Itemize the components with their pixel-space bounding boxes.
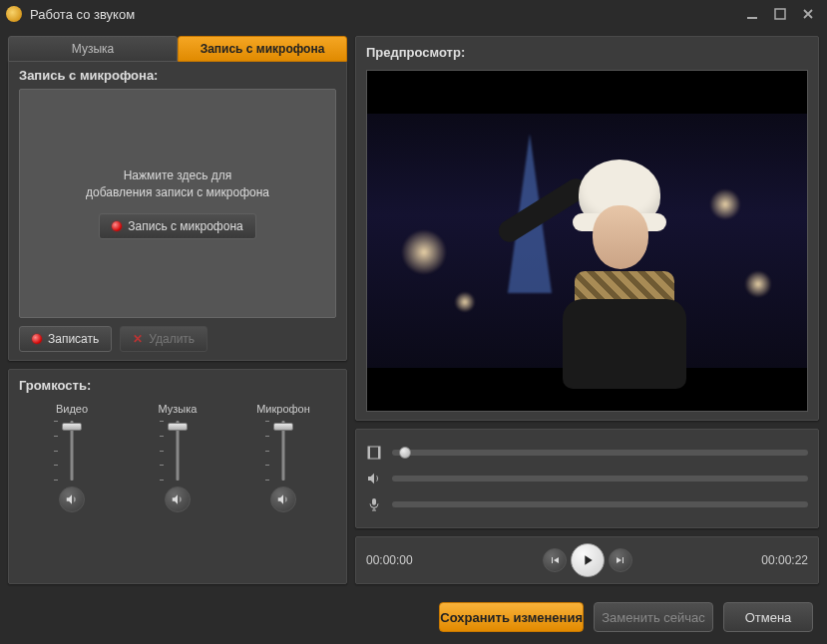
mic-track-slider[interactable] (392, 501, 808, 507)
record-prompt-line2: добавления записи с микрофона (86, 184, 269, 201)
volume-music-label: Музыка (159, 403, 198, 415)
total-time: 00:00:22 (738, 553, 808, 567)
play-button[interactable] (571, 543, 605, 577)
preview-header: Предпросмотр: (366, 45, 808, 60)
preview-panel: Предпросмотр: (355, 36, 819, 421)
volume-video-label: Видео (56, 403, 88, 415)
record-canvas: Нажмите здесь для добавления записи с ми… (19, 89, 336, 318)
volume-video-mute-button[interactable] (59, 486, 85, 512)
volume-mic: Микрофон (243, 403, 323, 512)
record-panel-header: Запись с микрофона: (19, 68, 336, 83)
volume-video: Видео (32, 403, 112, 512)
delete-button[interactable]: ✕ Удалить (120, 326, 207, 352)
record-dot-icon (112, 221, 122, 231)
mic-track-row (366, 493, 808, 515)
prev-button[interactable] (543, 548, 567, 572)
next-button[interactable] (609, 548, 632, 572)
preview-area[interactable] (366, 70, 808, 412)
footer: Сохранить изменения Заменить сейчас Отме… (0, 592, 827, 644)
svg-rect-4 (378, 447, 380, 459)
record-prompt: Нажмите здесь для добавления записи с ми… (86, 167, 269, 201)
audio-track-slider[interactable] (392, 476, 808, 482)
app-icon (6, 6, 22, 22)
filmstrip-icon (366, 445, 384, 461)
record-from-mic-button[interactable]: Запись с микрофона (99, 213, 255, 239)
transport-panel: 00:00:00 00:00:22 (355, 536, 819, 584)
minimize-button[interactable] (743, 7, 761, 21)
delete-x-icon: ✕ (133, 332, 143, 346)
close-button[interactable] (799, 7, 817, 21)
volume-video-slider[interactable] (60, 421, 84, 481)
speaker-icon (366, 471, 384, 486)
record-prompt-line1: Нажмите здесь для (86, 167, 269, 184)
audio-track-row (366, 468, 808, 489)
cancel-button[interactable]: Отмена (723, 602, 813, 632)
svg-rect-1 (775, 9, 785, 19)
svg-rect-3 (368, 447, 370, 459)
volume-mic-mute-button[interactable] (270, 486, 296, 512)
svg-rect-5 (372, 498, 376, 505)
titlebar: Работа со звуком (0, 0, 827, 28)
volume-mic-label: Микрофон (256, 403, 310, 415)
tab-music[interactable]: Музыка (8, 36, 178, 62)
video-track-slider[interactable] (392, 450, 808, 456)
svg-rect-0 (747, 17, 757, 19)
record-button-label: Записать (48, 332, 99, 346)
volume-music: Музыка (138, 403, 217, 512)
tab-mic-record[interactable]: Запись с микрофона (178, 36, 347, 62)
record-from-mic-button-label: Запись с микрофона (128, 219, 242, 233)
window-title: Работа со звуком (30, 7, 743, 22)
preview-frame (367, 114, 807, 369)
volume-panel: Громкость: Видео Музыка (8, 369, 347, 584)
delete-button-label: Удалить (149, 332, 195, 346)
record-button[interactable]: Записать (19, 326, 112, 352)
microphone-icon (366, 496, 384, 512)
volume-music-mute-button[interactable] (165, 486, 191, 512)
volume-music-slider[interactable] (166, 421, 190, 481)
save-button[interactable]: Сохранить изменения (439, 602, 584, 632)
tracks-panel (355, 429, 819, 528)
video-track-row (366, 442, 808, 464)
tab-bar: Музыка Запись с микрофона (8, 36, 347, 62)
record-panel: Запись с микрофона: Нажмите здесь для до… (8, 61, 347, 361)
maximize-button[interactable] (771, 7, 789, 21)
record-dot-icon (32, 334, 42, 344)
volume-mic-slider[interactable] (271, 421, 295, 481)
current-time: 00:00:00 (366, 553, 436, 567)
replace-now-button[interactable]: Заменить сейчас (594, 602, 713, 632)
volume-panel-header: Громкость: (19, 378, 336, 393)
